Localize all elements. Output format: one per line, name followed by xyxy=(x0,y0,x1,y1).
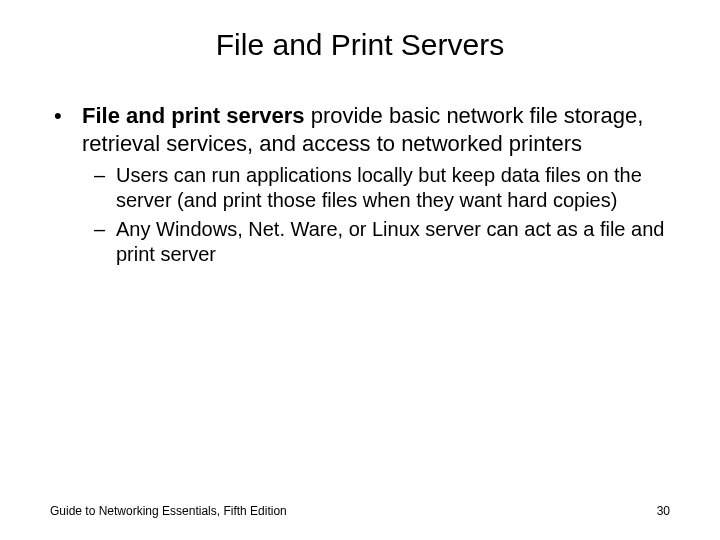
dash-marker: – xyxy=(94,163,116,213)
bullet-bold-lead: File and print servers xyxy=(82,103,305,128)
bullet-level-2: – Users can run applications locally but… xyxy=(94,163,670,213)
sub-bullet-text: Any Windows, Net. Ware, or Linux server … xyxy=(116,217,670,267)
slide-body: • File and print servers provide basic n… xyxy=(0,72,720,267)
slide-footer: Guide to Networking Essentials, Fifth Ed… xyxy=(50,504,670,518)
page-number: 30 xyxy=(657,504,670,518)
footer-source: Guide to Networking Essentials, Fifth Ed… xyxy=(50,504,287,518)
bullet-level-2: – Any Windows, Net. Ware, or Linux serve… xyxy=(94,217,670,267)
bullet-level-1: • File and print servers provide basic n… xyxy=(50,102,670,157)
sub-bullet-list: – Users can run applications locally but… xyxy=(50,163,670,267)
bullet-marker: • xyxy=(50,102,82,157)
slide: File and Print Servers • File and print … xyxy=(0,0,720,540)
slide-title: File and Print Servers xyxy=(0,0,720,72)
dash-marker: – xyxy=(94,217,116,267)
bullet-text: File and print servers provide basic net… xyxy=(82,102,670,157)
sub-bullet-text: Users can run applications locally but k… xyxy=(116,163,670,213)
